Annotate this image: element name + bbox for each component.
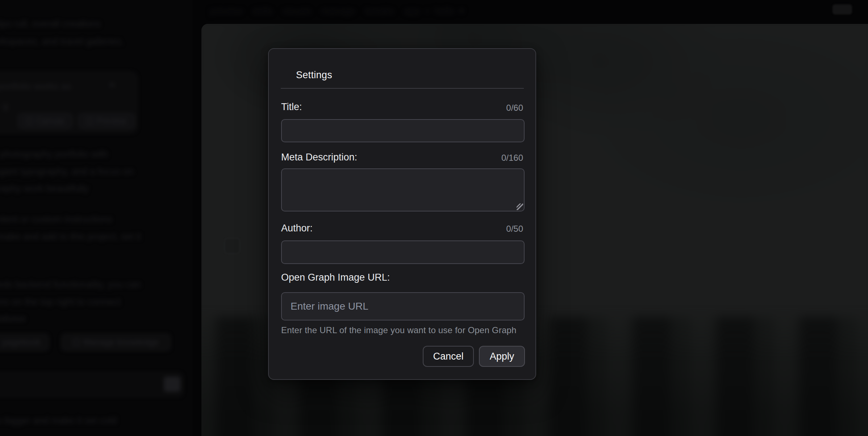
sidebar: st tips rull, overall creations workspac… xyxy=(0,0,193,436)
cancel-button[interactable]: Cancel xyxy=(423,346,474,367)
sidebar-chat-input[interactable] xyxy=(0,373,183,396)
title-char-counter: 0/60 xyxy=(506,103,523,113)
title-label: Title: xyxy=(281,101,302,113)
square-icon xyxy=(87,118,93,124)
nav-item[interactable]: manage xyxy=(321,5,355,17)
square-icon xyxy=(26,118,33,124)
nav-item[interactable]: skills xyxy=(253,5,273,17)
sidebar-text-line: needs backend functionality, you can xyxy=(0,279,141,290)
sidebar-card-snippet: g xyxy=(3,100,8,112)
sidebar-button-pagebook[interactable]: pagebook xyxy=(0,334,49,351)
sidebar-button-manage-knowledge[interactable]: Manage knowledge xyxy=(62,334,170,351)
author-char-counter: 0/50 xyxy=(506,224,523,234)
app-window: preview skills visuals manage tweaks app… xyxy=(0,0,868,436)
nav-item[interactable]: app xyxy=(404,5,420,17)
nav-item[interactable]: visuals xyxy=(283,5,311,17)
sidebar-text-line: workspaces, and travel galleries. xyxy=(0,36,124,47)
panel-floating-button[interactable] xyxy=(224,238,240,254)
author-input[interactable] xyxy=(281,240,525,264)
divider xyxy=(281,88,524,89)
sidebar-text-line: ography work beautifully xyxy=(0,183,88,194)
og-image-url-label: Open Graph Image URL: xyxy=(281,272,390,283)
sidebar-text-line: icons on the top right to connect xyxy=(0,296,121,307)
card-button-label: Preview xyxy=(97,116,126,126)
sidebar-text-line: to make and add to this project, set it xyxy=(0,231,141,242)
nav-item[interactable]: preview xyxy=(210,5,243,17)
og-image-url-helper-text: Enter the URL of the image you want to u… xyxy=(281,325,525,335)
meta-description-char-counter: 0/160 xyxy=(501,153,523,163)
dialog-title: Settings xyxy=(296,70,332,81)
settings-dialog: Settings Title: 0/60 Meta Description: 0… xyxy=(268,48,536,380)
account-menu[interactable]: hello xyxy=(435,5,455,17)
sidebar-text-line: this bigger and make it set cold xyxy=(0,415,117,426)
send-icon[interactable] xyxy=(164,377,180,392)
sidebar-text-line: ng photography portfolio with xyxy=(0,148,108,160)
top-right-icon[interactable] xyxy=(832,4,852,14)
close-icon[interactable]: × xyxy=(109,79,115,91)
sidebar-blurred-content: st tips rull, overall creations workspac… xyxy=(0,0,193,436)
button-label: Manage knowledge xyxy=(83,337,159,347)
title-input[interactable] xyxy=(281,119,525,142)
plus-icon[interactable]: + xyxy=(425,5,430,17)
chevron-down-icon: ▾ xyxy=(459,5,464,17)
meta-description-textarea[interactable] xyxy=(281,168,525,211)
card-button-canvas[interactable]: Canvas xyxy=(18,113,72,129)
sidebar-card-title: portfolio works as xyxy=(0,81,71,92)
sidebar-text-line: content or custom instructions xyxy=(0,214,112,225)
button-label: pagebook xyxy=(2,337,40,347)
top-nav: preview skills visuals manage tweaks app… xyxy=(210,5,459,17)
resize-handle-icon[interactable] xyxy=(517,204,523,210)
sidebar-text-line: database xyxy=(0,313,26,324)
nav-item[interactable]: tweaks xyxy=(365,5,394,17)
sidebar-card: portfolio works as × g Canvas Preview xyxy=(0,72,137,133)
author-label: Author: xyxy=(281,223,313,234)
apply-button[interactable]: Apply xyxy=(479,346,525,367)
sidebar-text-line: elegant typography, and a focus on xyxy=(0,166,133,177)
og-image-url-input[interactable] xyxy=(281,292,525,320)
sidebar-text-line: st tips rull, overall creations xyxy=(0,18,101,29)
card-button-label: Canvas xyxy=(36,116,64,126)
book-icon xyxy=(73,339,80,345)
meta-description-label: Meta Description: xyxy=(281,152,357,163)
card-button-preview[interactable]: Preview xyxy=(78,113,135,129)
